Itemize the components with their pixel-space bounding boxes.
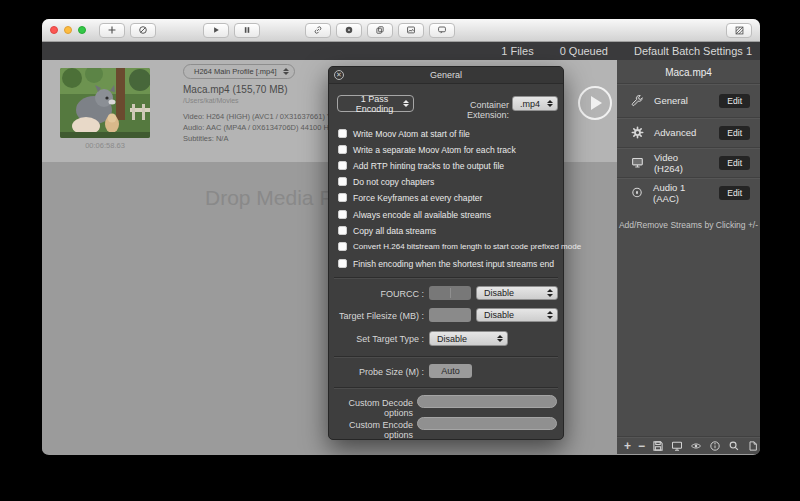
- checkbox[interactable]: [338, 177, 347, 186]
- set-target-type-label: Set Target Type :: [329, 334, 424, 344]
- stepper-icon: [283, 68, 289, 76]
- stepper-icon: [547, 289, 553, 297]
- edit-video-button[interactable]: Edit: [719, 156, 750, 170]
- sidebar-item-general[interactable]: General Edit: [617, 83, 760, 117]
- add-stream-button[interactable]: +: [624, 441, 631, 451]
- checkbox[interactable]: [338, 259, 347, 268]
- traffic-lights: [50, 26, 86, 34]
- image-icon: [406, 25, 416, 35]
- stepper-icon: [547, 100, 553, 108]
- display-icon: [671, 440, 683, 452]
- screenshot-canvas: 1 Files 0 Queued Default Batch Settings …: [0, 0, 800, 501]
- divider: [334, 387, 558, 388]
- preview-image-button[interactable]: [398, 23, 424, 38]
- checkbox[interactable]: [338, 161, 347, 170]
- start-encoding-button[interactable]: [203, 23, 229, 38]
- checkbox-row[interactable]: Write Moov Atom at start of file: [338, 128, 470, 139]
- sidebar-item-video[interactable]: Video (H264) Edit: [617, 147, 760, 177]
- divider: [334, 277, 558, 278]
- file-name: Maca.mp4 (155,70 MB): [183, 84, 288, 95]
- container-extension-label: Container Extension:: [429, 100, 509, 120]
- target-filesize-label: Target Filesize (MB) :: [329, 311, 424, 321]
- toggle-pattern-button[interactable]: [726, 23, 752, 38]
- link-streams-button[interactable]: [305, 23, 331, 38]
- checkbox[interactable]: [338, 226, 347, 235]
- edit-advanced-button[interactable]: Edit: [719, 126, 750, 140]
- play-icon: [211, 25, 221, 35]
- info-icon: [709, 440, 721, 452]
- file-thumbnail[interactable]: [60, 68, 150, 138]
- target-filesize-mode-select[interactable]: Disable: [476, 308, 558, 322]
- remove-stream-button[interactable]: −: [638, 441, 645, 451]
- probe-size-label: Probe Size (M) :: [329, 367, 424, 377]
- eye-icon: [690, 440, 702, 452]
- fourcc-field[interactable]: [429, 286, 471, 300]
- container-extension-select[interactable]: .mp4: [512, 96, 558, 111]
- checkbox[interactable]: [338, 210, 347, 219]
- panel-title-bar[interactable]: ✕ General: [329, 67, 563, 84]
- custom-encode-field[interactable]: [417, 417, 557, 430]
- record-button[interactable]: [336, 23, 362, 38]
- prohibit-icon: [138, 25, 148, 35]
- duplicate-button[interactable]: [367, 23, 393, 38]
- record-icon: [344, 25, 354, 35]
- status-bar: 1 Files 0 Queued Default Batch Settings …: [42, 42, 760, 60]
- pause-encoding-button[interactable]: [234, 23, 260, 38]
- pass-encoding-select[interactable]: 1 Pass Encoding: [337, 95, 414, 112]
- zoom-window-button[interactable]: [78, 26, 86, 34]
- sidebar-item-advanced[interactable]: Advanced Edit: [617, 117, 760, 147]
- fourcc-label: FOURCC :: [329, 289, 424, 299]
- close-window-button[interactable]: [50, 26, 58, 34]
- search-button[interactable]: [728, 440, 740, 452]
- checkbox-row[interactable]: Write a separate Moov Atom for each trac…: [338, 144, 516, 155]
- file-duration: 00:06:58.63: [60, 141, 150, 150]
- target-filesize-field[interactable]: [429, 308, 471, 322]
- custom-decode-label: Custom Decode options: [329, 398, 413, 418]
- files-count: 1 Files: [501, 45, 533, 57]
- fourcc-mode-select[interactable]: Disable: [476, 286, 558, 300]
- audio-icon: [631, 186, 643, 199]
- chat-icon: [437, 25, 447, 35]
- minimize-window-button[interactable]: [64, 26, 72, 34]
- audio-info: Audio: AAC (MP4A / 0X6134706D) 44100 HZ: [183, 123, 334, 132]
- preview-button[interactable]: [690, 440, 702, 452]
- info-button[interactable]: [709, 440, 721, 452]
- checkbox[interactable]: [338, 145, 347, 154]
- preview-play-button[interactable]: [578, 86, 612, 120]
- video-info: Video: H264 (HIGH) (AVC1 / 0X31637661) Y…: [183, 112, 337, 121]
- checkbox-row[interactable]: Convert H.264 bitstream from length to s…: [338, 241, 581, 252]
- sidebar-item-audio[interactable]: Audio 1 (AAC) Edit: [617, 177, 760, 207]
- divider: [334, 356, 558, 357]
- set-target-type-select[interactable]: Disable: [429, 331, 508, 346]
- preset-select[interactable]: H264 Main Profile [.mp4]: [183, 64, 295, 79]
- display-settings-button[interactable]: [671, 440, 683, 452]
- checkbox-row[interactable]: Force Keyframes at every chapter: [338, 192, 482, 203]
- plus-icon: [107, 25, 117, 35]
- cancel-button[interactable]: [130, 23, 156, 38]
- queued-count: 0 Queued: [560, 45, 608, 57]
- stepper-icon: [547, 311, 553, 319]
- log-window-button[interactable]: [429, 23, 455, 38]
- custom-decode-field[interactable]: [417, 395, 557, 408]
- probe-size-auto-button[interactable]: Auto: [429, 364, 472, 378]
- edit-audio-button[interactable]: Edit: [719, 186, 750, 200]
- checkbox[interactable]: [338, 193, 347, 202]
- checkbox-row[interactable]: Always encode all available streams: [338, 209, 491, 220]
- edit-general-button[interactable]: Edit: [719, 94, 750, 108]
- document-button[interactable]: [747, 440, 759, 452]
- checkbox[interactable]: [338, 129, 347, 138]
- batch-settings-label[interactable]: Default Batch Settings 1: [634, 45, 752, 57]
- save-settings-button[interactable]: [652, 440, 664, 452]
- subtitles-info: Subtitles: N/A: [183, 134, 228, 143]
- checkbox-row[interactable]: Finish encoding when the shortest input …: [338, 258, 554, 269]
- app-window: 1 Files 0 Queued Default Batch Settings …: [42, 19, 760, 455]
- checkbox-row[interactable]: Do not copy chapters: [338, 176, 434, 187]
- sidebar-item-label: Advanced: [654, 127, 696, 138]
- checkbox[interactable]: [338, 242, 347, 251]
- checkbox-row[interactable]: Add RTP hinting tracks to the output fil…: [338, 160, 504, 171]
- add-file-button[interactable]: [99, 23, 125, 38]
- gear-icon: [631, 126, 644, 139]
- checkbox-row[interactable]: Copy all data streams: [338, 225, 436, 236]
- stream-sidebar: Maca.mp4 General Edit Advanced Edit Vide…: [617, 60, 760, 454]
- stepper-icon: [403, 100, 409, 108]
